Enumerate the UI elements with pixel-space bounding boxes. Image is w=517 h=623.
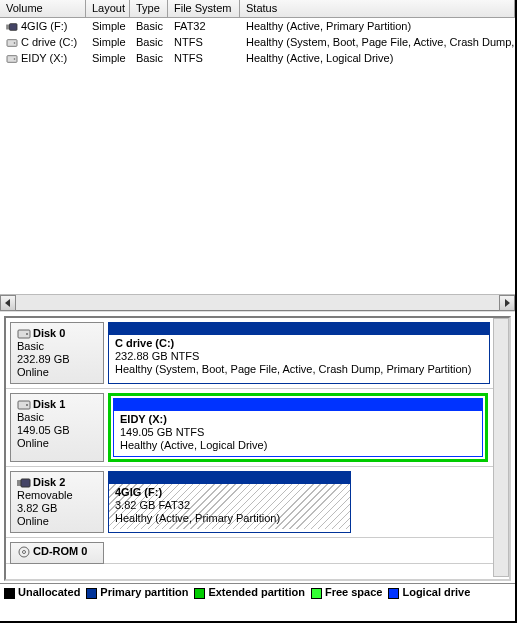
partition-legend: UnallocatedPrimary partitionExtended par… xyxy=(0,583,515,601)
volume-layout-cell: Simple xyxy=(86,19,130,33)
legend-item: Extended partition xyxy=(194,586,305,599)
hdd-icon xyxy=(17,399,31,411)
partition-body: C drive (C:)232.88 GB NTFSHealthy (Syste… xyxy=(109,335,489,380)
disk-graphical-v-scrollbar[interactable] xyxy=(493,318,509,577)
volume-fs-cell: NTFS xyxy=(168,51,240,65)
scroll-left-button[interactable] xyxy=(0,295,16,311)
partition-title: 4GIG (F:) xyxy=(115,486,344,499)
col-header-status[interactable]: Status xyxy=(240,0,515,17)
volume-layout-cell: Simple xyxy=(86,51,130,65)
volume-name-cell: C drive (C:) xyxy=(0,35,86,49)
volume-fs-cell: NTFS xyxy=(168,35,240,49)
volume-status-cell: Healthy (Active, Logical Drive) xyxy=(240,51,515,65)
disk-graphical-panel: Disk 0Basic232.89 GBOnlineC drive (C:)23… xyxy=(0,311,515,583)
legend-label: Extended partition xyxy=(208,586,305,598)
volume-type-cell: Basic xyxy=(130,35,168,49)
volume-layout-cell: Simple xyxy=(86,35,130,49)
legend-swatch xyxy=(86,588,97,599)
partition-color-bar xyxy=(109,472,350,484)
hdd-icon xyxy=(17,328,31,340)
partition-title: EIDY (X:) xyxy=(120,413,476,426)
volume-list-body[interactable]: 4GIG (F:)SimpleBasicFAT32Healthy (Active… xyxy=(0,18,515,294)
disk-size: 3.82 GB xyxy=(17,502,99,515)
partition-title: C drive (C:) xyxy=(115,337,483,350)
disk-graphical-inner: Disk 0Basic232.89 GBOnlineC drive (C:)23… xyxy=(4,316,511,581)
partition-status: Healthy (Active, Logical Drive) xyxy=(120,439,476,452)
disk-kind: Removable xyxy=(17,489,99,502)
disk-size: 232.89 GB xyxy=(17,353,99,366)
extended-partition-wrap: EIDY (X:)149.05 GB NTFSHealthy (Active, … xyxy=(108,393,488,462)
disk-row: CD-ROM 0 xyxy=(6,538,509,564)
volume-name-cell: 4GIG (F:) xyxy=(0,19,86,33)
legend-item: Free space xyxy=(311,586,382,599)
disk-state: Online xyxy=(17,515,99,528)
volume-list-h-scrollbar[interactable] xyxy=(0,294,515,310)
disk-label: Disk 0 xyxy=(33,327,65,339)
volume-type-cell: Basic xyxy=(130,19,168,33)
disk-info-box[interactable]: Disk 2Removable3.82 GBOnline xyxy=(10,471,104,533)
volume-fs-cell: FAT32 xyxy=(168,19,240,33)
legend-swatch xyxy=(388,588,399,599)
partition-body: 4GIG (F:)3.82 GB FAT32Healthy (Active, P… xyxy=(109,484,350,529)
col-header-volume[interactable]: Volume xyxy=(0,0,86,17)
volume-list-header: Volume Layout Type File System Status xyxy=(0,0,515,18)
disk-label: Disk 2 xyxy=(33,476,65,488)
partition-box[interactable]: C drive (C:)232.88 GB NTFSHealthy (Syste… xyxy=(108,322,490,384)
legend-swatch xyxy=(4,588,15,599)
volume-row[interactable]: 4GIG (F:)SimpleBasicFAT32Healthy (Active… xyxy=(0,18,515,34)
partition-status: Healthy (Active, Primary Partition) xyxy=(115,512,344,525)
legend-item: Unallocated xyxy=(4,586,80,599)
disk-kind: Basic xyxy=(17,340,99,353)
disk-label: CD-ROM 0 xyxy=(33,545,87,557)
scroll-right-button[interactable] xyxy=(499,295,515,311)
partition-subtitle: 232.88 GB NTFS xyxy=(115,350,483,363)
partition-body: EIDY (X:)149.05 GB NTFSHealthy (Active, … xyxy=(114,411,482,456)
partition-subtitle: 149.05 GB NTFS xyxy=(120,426,476,439)
volume-status-cell: Healthy (System, Boot, Page File, Active… xyxy=(240,35,515,49)
disk-info-box[interactable]: CD-ROM 0 xyxy=(10,542,104,564)
partition-color-bar xyxy=(114,399,482,411)
usb-icon xyxy=(6,22,18,32)
volume-row[interactable]: C drive (C:)SimpleBasicNTFSHealthy (Syst… xyxy=(0,34,515,50)
hdd-icon xyxy=(6,54,18,64)
disk-row: Disk 1Basic149.05 GBOnlineEIDY (X:)149.0… xyxy=(6,389,509,467)
legend-label: Logical drive xyxy=(402,586,470,598)
disk-kind: Basic xyxy=(17,411,99,424)
disk-label: Disk 1 xyxy=(33,398,65,410)
volume-row[interactable]: EIDY (X:)SimpleBasicNTFSHealthy (Active,… xyxy=(0,50,515,66)
disk-state: Online xyxy=(17,437,99,450)
disk-size: 149.05 GB xyxy=(17,424,99,437)
volume-status-cell: Healthy (Active, Primary Partition) xyxy=(240,19,515,33)
legend-item: Logical drive xyxy=(388,586,470,599)
partition-subtitle: 3.82 GB FAT32 xyxy=(115,499,344,512)
partition-box[interactable]: EIDY (X:)149.05 GB NTFSHealthy (Active, … xyxy=(113,398,483,457)
legend-swatch xyxy=(194,588,205,599)
col-header-filesystem[interactable]: File System xyxy=(168,0,240,17)
col-header-layout[interactable]: Layout xyxy=(86,0,130,17)
hdd-icon xyxy=(6,38,18,48)
partition-status: Healthy (System, Boot, Page File, Active… xyxy=(115,363,483,376)
legend-label: Unallocated xyxy=(18,586,80,598)
legend-label: Free space xyxy=(325,586,382,598)
disk-row: Disk 0Basic232.89 GBOnlineC drive (C:)23… xyxy=(6,318,509,389)
disk-info-box[interactable]: Disk 1Basic149.05 GBOnline xyxy=(10,393,104,462)
volume-type-cell: Basic xyxy=(130,51,168,65)
partition-color-bar xyxy=(109,323,489,335)
volume-name-cell: EIDY (X:) xyxy=(0,51,86,65)
disk-info-box[interactable]: Disk 0Basic232.89 GBOnline xyxy=(10,322,104,384)
volume-list-panel: Volume Layout Type File System Status 4G… xyxy=(0,0,515,311)
legend-swatch xyxy=(311,588,322,599)
col-header-type[interactable]: Type xyxy=(130,0,168,17)
disk-state: Online xyxy=(17,366,99,379)
disk-row: Disk 2Removable3.82 GBOnline4GIG (F:)3.8… xyxy=(6,467,509,538)
legend-label: Primary partition xyxy=(100,586,188,598)
legend-item: Primary partition xyxy=(86,586,188,599)
cd-icon xyxy=(17,546,31,558)
usb-icon xyxy=(17,477,31,489)
partition-box[interactable]: 4GIG (F:)3.82 GB FAT32Healthy (Active, P… xyxy=(108,471,351,533)
